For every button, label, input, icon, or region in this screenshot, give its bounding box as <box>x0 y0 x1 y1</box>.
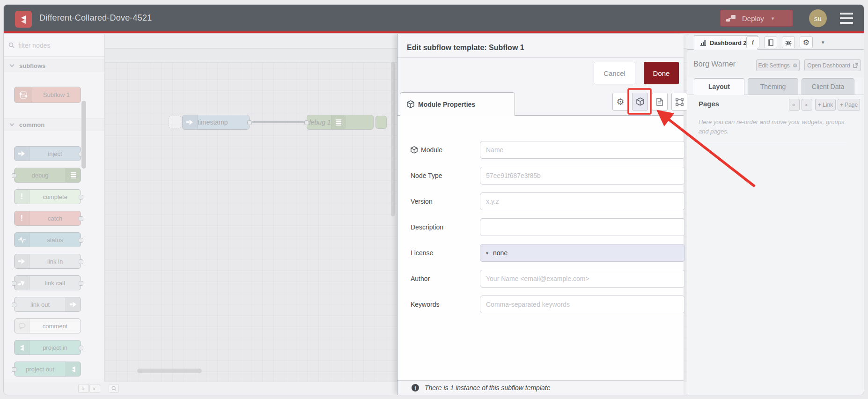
license-label: License <box>411 249 463 257</box>
move-up-button[interactable]: « <box>789 99 800 111</box>
properties-tab-button[interactable]: ⚙ <box>612 93 628 111</box>
info-icon: i <box>752 39 754 46</box>
instance-count-text: There is 1 instance of this subflow temp… <box>425 384 550 392</box>
add-page-button[interactable]: + Page <box>838 99 860 111</box>
add-link-button[interactable]: + Link <box>815 99 836 111</box>
form-row-version: Version <box>411 192 673 210</box>
gear-icon: ⚙ <box>616 96 624 107</box>
deploy-button[interactable]: Deploy ▾ <box>720 10 793 27</box>
move-down-button[interactable]: » <box>802 99 812 111</box>
keywords-input[interactable] <box>480 296 685 313</box>
deploy-label: Deploy <box>742 15 764 22</box>
version-label: Version <box>411 198 463 205</box>
node-red-window: Different-Collared-Dove-4521 Deploy ▾ su… <box>4 5 864 395</box>
deploy-caret-icon[interactable]: ▾ <box>772 15 774 22</box>
node-type-input[interactable] <box>480 167 685 185</box>
license-select[interactable]: ▾ none <box>480 244 685 262</box>
license-value: none <box>493 249 508 257</box>
double-chevron-down-icon: » <box>804 103 810 106</box>
edit-settings-button[interactable]: Edit Settings⚙ <box>756 59 800 71</box>
info-icon: i <box>412 384 419 392</box>
description-tab-button[interactable] <box>652 93 668 111</box>
book-icon <box>768 39 774 46</box>
cube-icon <box>407 100 414 108</box>
double-chevron-up-icon: « <box>792 103 797 106</box>
pages-section-header: Pages « » + Link + Page <box>687 95 864 115</box>
cube-icon <box>636 97 644 106</box>
tab-module-properties[interactable]: Module Properties <box>400 92 515 116</box>
description-input[interactable] <box>480 218 685 236</box>
tab-label: Dashboard 2.0 <box>710 39 752 46</box>
module-label: Module <box>411 146 463 154</box>
user-avatar[interactable]: su <box>809 9 827 27</box>
cube-icon <box>411 146 418 154</box>
screen: Different-Collared-Dove-4521 Deploy ▾ su… <box>0 0 868 399</box>
description-label: Description <box>411 223 463 231</box>
dialog-footer: i There is 1 instance of this subflow te… <box>397 380 684 395</box>
node-red-logo-icon <box>15 11 32 28</box>
gear-icon: ⚙ <box>793 62 798 69</box>
form-row-module: Module <box>411 141 673 159</box>
tab-theming[interactable]: Theming <box>748 78 798 95</box>
right-sidebar: Dashboard 2.0 i ⚙ ▾ Borg Warner Edit Set… <box>687 34 864 395</box>
divider <box>699 143 846 143</box>
frame-icon <box>676 98 684 106</box>
module-properties-tab-button[interactable] <box>632 93 648 111</box>
keywords-label: Keywords <box>411 301 463 308</box>
dashboard-name: Borg Warner <box>693 60 736 68</box>
node-type-label: Node Type <box>411 172 463 179</box>
appearance-tab-button[interactable] <box>671 93 687 111</box>
pages-help-text: Here you can re-order and move your widg… <box>699 118 853 136</box>
form-row-author: Author <box>411 270 673 288</box>
avatar-initials: su <box>814 15 822 22</box>
form-row-keywords: Keywords <box>411 296 673 313</box>
form-row-license: License ▾ none <box>411 244 673 262</box>
author-input[interactable] <box>480 270 685 288</box>
version-input[interactable] <box>480 192 685 210</box>
dashboard-header-row: Borg Warner Edit Settings⚙ Open Dashboar… <box>687 50 864 77</box>
document-icon <box>656 98 663 106</box>
author-label: Author <box>411 275 463 282</box>
form-row-description: Description <box>411 218 673 236</box>
pages-title: Pages <box>699 100 719 108</box>
dialog-form: Module Node Type Version Description Lic… <box>397 116 684 380</box>
done-button[interactable]: Done <box>644 62 679 84</box>
edit-subflow-dialog: Edit subflow template: Subflow 1 Cancel … <box>397 34 684 395</box>
tab-label: Module Properties <box>418 101 475 108</box>
module-input[interactable] <box>480 141 685 159</box>
workspace-title: Different-Collared-Dove-4521 <box>39 13 152 23</box>
sidebar-menu-caret-icon[interactable]: ▾ <box>822 39 824 45</box>
cancel-button[interactable]: Cancel <box>594 62 635 84</box>
form-row-node-type: Node Type <box>411 167 673 185</box>
gear-icon: ⚙ <box>803 38 809 47</box>
debug-tab-button[interactable] <box>782 37 795 48</box>
dashboard-subtabs: Layout Theming Client Data <box>687 77 864 95</box>
chart-bars-icon <box>700 40 706 46</box>
config-tab-button[interactable]: ⚙ <box>800 37 813 48</box>
tab-client-data[interactable]: Client Data <box>802 78 854 95</box>
dialog-title: Edit subflow template: Subflow 1 <box>407 44 524 52</box>
help-tab-button[interactable] <box>764 37 777 48</box>
external-link-icon <box>853 63 858 68</box>
header: Different-Collared-Dove-4521 Deploy ▾ su <box>4 5 864 33</box>
info-tab-button[interactable]: i <box>746 37 759 48</box>
main-menu-button[interactable] <box>840 13 853 24</box>
bug-icon <box>785 39 792 46</box>
deploy-icon <box>725 14 737 22</box>
caret-down-icon: ▾ <box>486 251 488 256</box>
open-dashboard-button[interactable]: Open Dashboard <box>804 59 861 71</box>
tab-layout[interactable]: Layout <box>694 78 744 95</box>
